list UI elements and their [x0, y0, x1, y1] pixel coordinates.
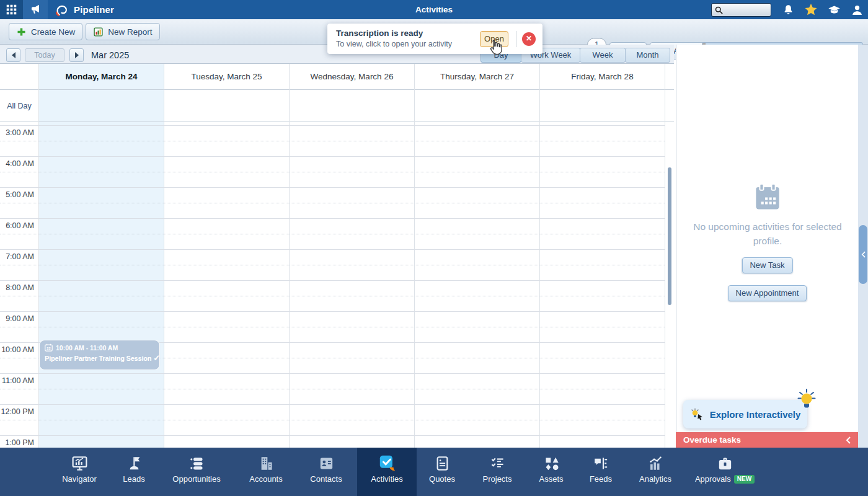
hour-row[interactable]: 8:00 AM	[0, 280, 665, 311]
view-tab-month[interactable]: Month	[625, 48, 670, 63]
nav-item-feeds[interactable]: Feeds	[579, 448, 622, 496]
overdue-tasks-bar[interactable]: Overdue tasks	[676, 432, 858, 448]
prev-period-button[interactable]	[6, 48, 20, 62]
event-title: Pipeliner Partner Training Session	[45, 355, 151, 362]
learning-button[interactable]	[825, 2, 843, 18]
approvals-label-row: Approvals NEW	[695, 474, 755, 484]
preview-sidebar: No upcoming activities for selected prof…	[676, 45, 858, 448]
chevron-left-icon	[861, 251, 866, 258]
nav-item-approvals[interactable]: Approvals NEW	[684, 448, 765, 496]
new-badge: NEW	[734, 475, 755, 484]
hour-row[interactable]: 4:00 AM	[0, 156, 665, 187]
nav-label: Navigator	[62, 474, 97, 484]
star-icon	[804, 2, 818, 17]
nav-label: Analytics	[639, 474, 671, 484]
time-label: 4:00 AM	[0, 159, 34, 168]
calendar-event[interactable]: 22 10:00 AM - 11:00 AM Pipeliner Partner…	[40, 340, 159, 370]
favorites-button[interactable]	[802, 2, 820, 18]
nav-item-quotes[interactable]: Quotes	[419, 448, 465, 496]
toast-subtitle: To view, click to open your activity	[336, 40, 452, 48]
today-button[interactable]: Today	[25, 48, 64, 62]
hour-row[interactable]: 12:00 PM	[0, 404, 665, 435]
navigator-icon	[71, 454, 89, 472]
toast-title: Transcription is ready	[336, 29, 423, 38]
time-label: 10:00 AM	[0, 345, 34, 354]
nav-item-accounts[interactable]: Accounts	[239, 448, 293, 496]
new-appointment-button[interactable]: New Appointment	[728, 285, 807, 301]
nav-label: Contacts	[310, 474, 342, 484]
arrow-left-icon	[11, 52, 16, 58]
time-grid[interactable]: 3:00 AM 4:00 AM 5:00 AM 6:00 AM 7:00 AM …	[0, 122, 674, 448]
top-header: Pipeliner Activities	[0, 0, 868, 19]
day-header-tuesday: Tuesday, March 25	[164, 64, 289, 90]
nav-item-opportunities[interactable]: Opportunities	[160, 448, 233, 496]
day-header-friday: Friday, March 28	[540, 64, 665, 90]
explore-interactively-button[interactable]: Explore Interactively	[683, 400, 807, 428]
nav-item-assets[interactable]: Assets	[528, 448, 574, 496]
nav-item-navigator[interactable]: Navigator	[52, 448, 107, 496]
feeds-icon	[592, 454, 610, 472]
nav-item-activities[interactable]: Activities	[357, 448, 417, 496]
bell-icon	[782, 4, 795, 17]
new-report-button[interactable]: New Report	[86, 23, 159, 40]
hour-row[interactable]: 7:00 AM	[0, 249, 665, 280]
quotes-document-icon	[433, 454, 451, 472]
hour-row[interactable]: 9:00 AM	[0, 311, 665, 342]
day-header-thursday: Thursday, March 27	[415, 64, 539, 90]
nav-label: Approvals	[695, 474, 731, 484]
svg-text:22: 22	[46, 347, 50, 350]
toast-open-button[interactable]: Open	[480, 31, 508, 47]
leads-flag-icon	[125, 454, 143, 472]
nav-label: Projects	[483, 474, 512, 484]
new-report-label: New Report	[108, 27, 152, 37]
assets-shapes-icon	[542, 454, 560, 472]
event-calendar-icon: 22	[45, 343, 53, 352]
time-label: 11:00 AM	[0, 376, 34, 385]
time-label: 9:00 AM	[0, 314, 34, 323]
nav-item-analytics[interactable]: Analytics	[629, 448, 682, 496]
event-time-range: 10:00 AM - 11:00 AM	[56, 344, 118, 352]
contacts-card-icon	[317, 454, 335, 472]
nav-item-leads[interactable]: Leads	[110, 448, 157, 496]
sidebar-collapse-handle[interactable]	[859, 225, 867, 284]
period-label: Mar 2025	[91, 48, 129, 62]
hour-row[interactable]: 11:00 AM	[0, 373, 665, 404]
view-tab-week[interactable]: Week	[580, 48, 626, 63]
notifications-button[interactable]	[779, 2, 797, 18]
hour-row[interactable]: 1:00 PM	[0, 435, 665, 448]
half-hour-line	[0, 234, 665, 234]
search-input[interactable]	[724, 6, 768, 14]
nav-label: Assets	[539, 474, 563, 484]
analytics-chart-icon	[647, 454, 665, 472]
create-new-button[interactable]: Create New	[9, 23, 82, 40]
report-chart-icon	[93, 27, 104, 37]
completed-check-icon: ✓	[153, 353, 160, 363]
half-hour-line	[0, 141, 665, 141]
user-icon	[851, 4, 864, 17]
event-title-row: Pipeliner Partner Training Session✓	[45, 353, 154, 363]
empty-state-message: No upcoming activities for selected prof…	[688, 219, 848, 248]
calendar-scrollbar-thumb[interactable]	[668, 167, 671, 305]
hour-row[interactable]: 6:00 AM	[0, 218, 665, 249]
profile-button[interactable]	[848, 2, 866, 18]
nav-label: Leads	[123, 474, 144, 484]
hour-row[interactable]: 3:00 AM	[0, 125, 665, 156]
nav-item-contacts[interactable]: Contacts	[299, 448, 353, 496]
app-window: Pipeliner Activities Create New	[0, 0, 868, 496]
nav-item-projects[interactable]: Projects	[470, 448, 525, 496]
half-hour-line	[0, 265, 665, 265]
projects-checklist-icon	[489, 454, 507, 472]
all-day-label: All Day	[0, 90, 38, 122]
accounts-buildings-icon	[257, 454, 275, 472]
event-time-row: 22 10:00 AM - 11:00 AM	[45, 343, 154, 352]
new-task-button[interactable]: New Task	[742, 257, 792, 273]
next-period-button[interactable]	[69, 48, 84, 62]
half-hour-line	[0, 296, 665, 296]
global-search[interactable]	[711, 3, 771, 17]
graduation-cap-icon	[827, 4, 841, 17]
overdue-tasks-label: Overdue tasks	[683, 435, 741, 445]
plus-icon	[16, 27, 27, 37]
toast-close-button[interactable]: ✕	[522, 32, 536, 46]
nav-label: Accounts	[249, 474, 282, 484]
hour-row[interactable]: 5:00 AM	[0, 187, 665, 218]
